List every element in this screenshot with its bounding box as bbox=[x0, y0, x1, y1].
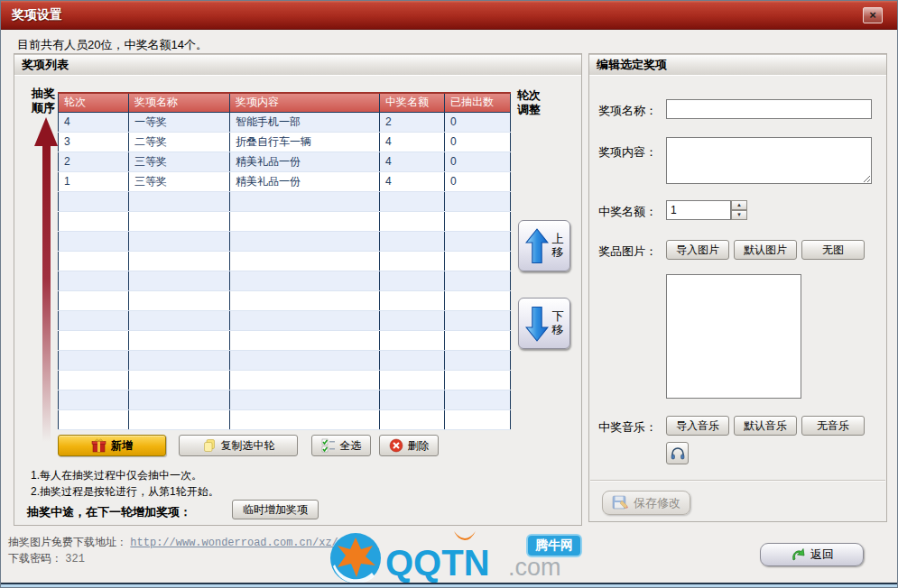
no-music-button[interactable]: 无音乐 bbox=[801, 416, 865, 436]
cell[interactable]: 三等奖 bbox=[129, 171, 230, 191]
default-music-button[interactable]: 默认音乐 bbox=[734, 416, 797, 436]
cell[interactable]: 二等奖 bbox=[129, 132, 230, 152]
table-row[interactable]: 1 三等奖 精美礼品一份 4 0 bbox=[59, 171, 511, 191]
prize-list-panel: 奖项列表 抽奖顺序 轮次 奖项名称 奖项内容 中奖名额 已抽出数 4 一等奖 智… bbox=[14, 53, 582, 526]
play-music-button[interactable] bbox=[666, 442, 689, 464]
empty-row bbox=[59, 271, 511, 290]
import-image-button[interactable]: 导入图片 bbox=[666, 240, 729, 260]
draw-order-arrow-icon bbox=[34, 117, 58, 146]
download-line: 抽奖图片免费下载地址： http://www.wonderroad.com.cn… bbox=[8, 535, 338, 550]
round-adjust-label: 轮次调整 bbox=[515, 88, 542, 118]
delete-label: 删除 bbox=[408, 438, 430, 454]
cell[interactable]: 0 bbox=[445, 132, 511, 152]
edit-prize-panel: 编辑选定奖项 奖项名称： 奖项内容： 中奖名额： ▲ ▼ 奖品图片： 导入图片 … bbox=[588, 53, 887, 522]
default-image-button[interactable]: 默认图片 bbox=[734, 240, 797, 260]
cell[interactable]: 0 bbox=[445, 152, 511, 171]
cell[interactable]: 一等奖 bbox=[129, 112, 230, 132]
cell[interactable]: 4 bbox=[380, 171, 445, 191]
close-icon[interactable]: × bbox=[863, 7, 883, 23]
image-buttons: 导入图片 默认图片 无图 bbox=[666, 240, 874, 260]
cell[interactable]: 0 bbox=[445, 171, 511, 191]
prize-name-label: 奖项名称： bbox=[598, 103, 657, 119]
move-up-label: 上移 bbox=[552, 233, 564, 260]
table-row[interactable]: 4 一等奖 智能手机一部 2 0 bbox=[59, 112, 511, 132]
qqtn-logo: QQTN .com 腾牛网 bbox=[329, 532, 591, 586]
prize-image-label: 奖品图片： bbox=[598, 243, 657, 260]
cell[interactable]: 4 bbox=[59, 112, 129, 132]
cell[interactable]: 4 bbox=[380, 132, 445, 152]
download-url-link[interactable]: http://www.wonderroad.com.cn/xz/ bbox=[130, 537, 338, 549]
copy-round-label: 复制选中轮 bbox=[221, 438, 275, 454]
cell[interactable]: 0 bbox=[445, 112, 511, 132]
empty-row bbox=[59, 350, 511, 370]
copy-round-button[interactable]: 复制选中轮 bbox=[179, 435, 298, 456]
cell[interactable]: 2 bbox=[59, 152, 129, 171]
quota-label: 中奖名额： bbox=[598, 204, 657, 220]
table-row[interactable]: 3 二等奖 折叠自行车一辆 4 0 bbox=[59, 132, 511, 152]
prize-settings-window: 奖项设置 × 目前共有人员20位，中奖名额14个。 奖项列表 抽奖顺序 轮次 奖… bbox=[0, 0, 898, 588]
add-button[interactable]: 新增 bbox=[58, 435, 166, 456]
col-name[interactable]: 奖项名称 bbox=[129, 93, 230, 112]
prize-content-input[interactable] bbox=[666, 137, 872, 184]
prize-list-title: 奖项列表 bbox=[14, 54, 69, 75]
cell[interactable]: 2 bbox=[380, 112, 445, 132]
prize-content-label: 奖项内容： bbox=[598, 144, 657, 161]
quota-input[interactable] bbox=[666, 200, 731, 220]
delete-button[interactable]: 删除 bbox=[379, 435, 439, 456]
empty-row bbox=[59, 251, 511, 271]
window-title: 奖项设置 bbox=[12, 1, 62, 29]
bull-horn-icon bbox=[454, 529, 476, 542]
cell[interactable]: 4 bbox=[380, 152, 445, 171]
no-image-button[interactable]: 无图 bbox=[801, 240, 865, 260]
select-all-label: 全选 bbox=[340, 438, 362, 454]
tengniu-badge: 腾牛网 bbox=[526, 534, 582, 557]
empty-row bbox=[59, 290, 511, 310]
temp-add-button[interactable]: 临时增加奖项 bbox=[232, 500, 319, 519]
import-music-button[interactable]: 导入音乐 bbox=[666, 416, 729, 436]
download-label: 抽奖图片免费下载地址： bbox=[8, 536, 127, 548]
back-label: 返回 bbox=[810, 547, 834, 563]
col-drawn[interactable]: 已抽出数 bbox=[445, 93, 511, 112]
edit-prize-title: 编辑选定奖项 bbox=[589, 54, 667, 75]
prize-table: 轮次 奖项名称 奖项内容 中奖名额 已抽出数 4 一等奖 智能手机一部 2 0 … bbox=[58, 92, 511, 430]
prize-name-input[interactable] bbox=[666, 99, 872, 119]
empty-row bbox=[59, 409, 511, 429]
select-all-button[interactable]: 全选 bbox=[311, 435, 371, 456]
table-header-row: 轮次 奖项名称 奖项内容 中奖名额 已抽出数 bbox=[59, 93, 511, 112]
empty-row bbox=[59, 370, 511, 390]
arrow-down-icon bbox=[525, 306, 549, 342]
move-up-button[interactable]: 上移 bbox=[518, 220, 570, 271]
empty-row bbox=[59, 191, 511, 211]
cell[interactable]: 折叠自行车一辆 bbox=[230, 132, 380, 152]
back-arrow-icon bbox=[790, 547, 805, 563]
empty-row bbox=[59, 390, 511, 409]
cell[interactable]: 1 bbox=[59, 171, 129, 191]
prize-image-preview bbox=[666, 274, 801, 399]
note-2: 2.抽奖过程是按轮进行，从第1轮开始。 bbox=[31, 484, 219, 500]
col-quota[interactable]: 中奖名额 bbox=[380, 93, 445, 112]
col-content[interactable]: 奖项内容 bbox=[230, 93, 380, 112]
cell[interactable]: 三等奖 bbox=[129, 152, 230, 171]
draw-order-label: 抽奖顺序 bbox=[30, 87, 57, 116]
cell[interactable]: 精美礼品一份 bbox=[230, 171, 380, 191]
save-button[interactable]: 保存修改 bbox=[602, 491, 690, 515]
temp-add-label: 抽奖中途，在下一轮增加奖项： bbox=[27, 504, 191, 520]
col-round[interactable]: 轮次 bbox=[59, 93, 129, 112]
note-1: 1.每人在抽奖过程中仅会抽中一次。 bbox=[31, 468, 202, 483]
save-label: 保存修改 bbox=[634, 495, 680, 511]
cell[interactable]: 智能手机一部 bbox=[230, 112, 380, 132]
spin-down-icon[interactable]: ▼ bbox=[731, 210, 747, 220]
empty-row bbox=[59, 310, 511, 330]
cell[interactable]: 精美礼品一份 bbox=[230, 152, 380, 171]
window-bottom-edge bbox=[1, 583, 897, 587]
move-down-label: 下移 bbox=[552, 310, 564, 337]
spin-up-icon[interactable]: ▲ bbox=[731, 200, 747, 210]
table-row[interactable]: 2 三等奖 精美礼品一份 4 0 bbox=[59, 152, 511, 171]
back-button[interactable]: 返回 bbox=[760, 543, 864, 566]
qqtn-bull-icon bbox=[329, 532, 382, 584]
move-down-button[interactable]: 下移 bbox=[518, 298, 570, 349]
delete-icon bbox=[389, 438, 403, 453]
cell[interactable]: 3 bbox=[59, 132, 129, 152]
empty-row bbox=[59, 330, 511, 350]
titlebar: 奖项设置 × bbox=[1, 1, 897, 30]
